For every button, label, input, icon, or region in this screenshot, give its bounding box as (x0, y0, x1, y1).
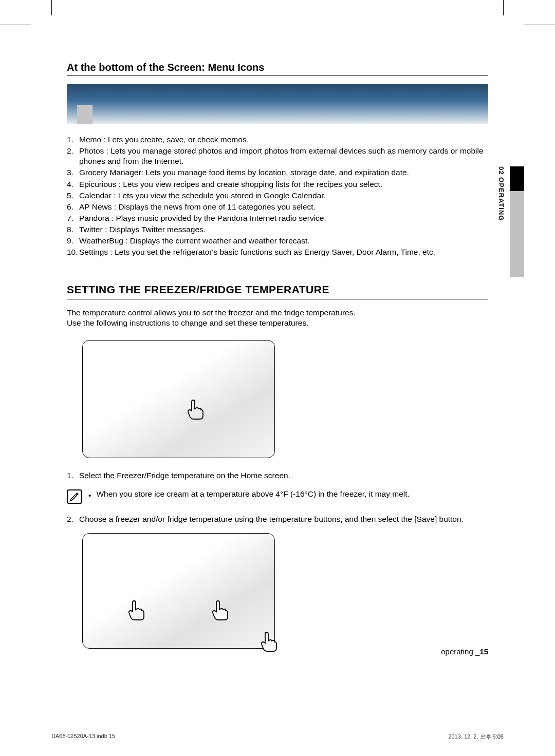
menu-item-weatherbug: WeatherBug : Displays the current weathe… (79, 236, 310, 246)
temperature-intro: The temperature control allows you to se… (67, 308, 488, 329)
menu-item-epicurious: Epicurious : Lets you view recipes and c… (79, 179, 382, 190)
menu-item-twitter: Twitter : Displays Twitter messages. (79, 224, 206, 235)
note-text: When you store ice cream at a temperatur… (96, 489, 409, 499)
temperature-screen-illustration (82, 533, 275, 649)
section-title-menu-icons: At the bottom of the Screen: Menu Icons (67, 62, 488, 76)
menu-item-apnews: AP News : Displays the news from one of … (79, 202, 316, 212)
print-meta-footer: DA68-02520A-13.indb 15 2013. 12. 2. 오후 5… (51, 733, 504, 741)
menu-item-pandora: Pandora : Plays music provided by the Pa… (79, 213, 326, 223)
page-number: 15 (479, 647, 488, 656)
page-footer: operating _15 (441, 647, 488, 656)
menu-item-calendar: Calendar : Lets you view the schedule yo… (79, 191, 326, 201)
step-2: 2. Choose a freezer and/or fridge temper… (67, 514, 488, 525)
note-icon (67, 489, 82, 504)
step-1: 1. Select the Freezer/Fridge temperature… (67, 470, 488, 481)
intro-line-2: Use the following instructions to change… (67, 318, 488, 329)
hand-pointer-icon (259, 632, 280, 657)
print-timestamp: 2013. 12. 2. 오후 5:08 (448, 733, 504, 741)
hand-pointer-icon (210, 600, 231, 626)
hand-pointer-icon (126, 600, 147, 626)
menu-item-memo: Memo : Lets you create, save, or check m… (79, 135, 249, 145)
menu-item-photos: Photos : Lets you manage stored photos a… (79, 146, 488, 166)
menu-icons-list: 1.Memo : Lets you create, save, or check… (67, 135, 488, 258)
menu-bar-screenshot (67, 84, 488, 124)
note-row: • When you store ice cream at a temperat… (67, 489, 488, 504)
print-file: DA68-02520A-13.indb 15 (51, 733, 115, 741)
step-2-text: Choose a freezer and/or fridge temperatu… (79, 514, 464, 525)
intro-line-1: The temperature control allows you to se… (67, 308, 488, 318)
heading-setting-temperature: SETTING THE FREEZER/FRIDGE TEMPERATURE (67, 284, 488, 299)
step-1-text: Select the Freezer/Fridge temperature on… (79, 470, 290, 481)
menu-item-grocery: Grocery Manager: Lets you manage food it… (79, 167, 409, 178)
menu-item-settings: Settings : Lets you set the refrigerator… (79, 247, 435, 257)
home-screen-illustration (82, 340, 275, 458)
hand-pointer-icon (186, 400, 206, 425)
footer-section: operating _ (441, 647, 479, 656)
